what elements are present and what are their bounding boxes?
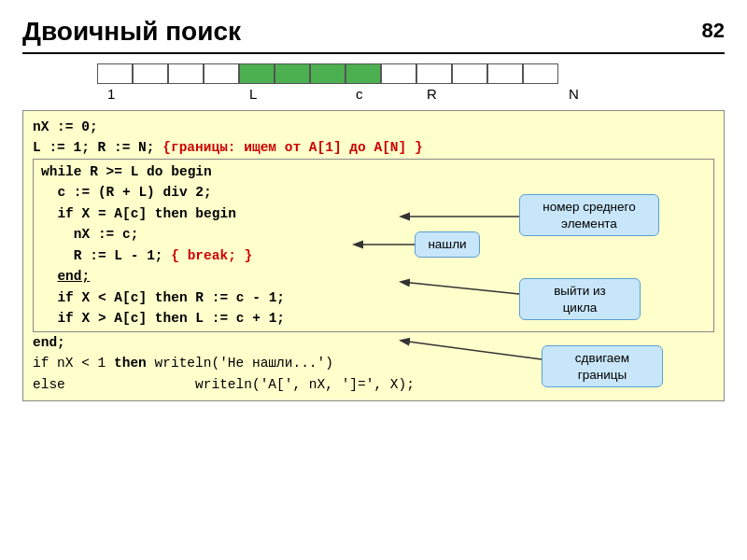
page-number: 82 — [702, 19, 725, 43]
array-cell-9 — [416, 63, 452, 84]
array-label-R: R — [427, 86, 437, 102]
array-cell-2 — [168, 63, 204, 84]
page: Двоичный поиск 82 1LcRN nX := 0;L := 1; … — [0, 0, 747, 560]
array-diagram: 1LcRN — [97, 63, 725, 106]
code-line-l3: while R >= L do begin — [41, 161, 706, 182]
array-cell-7 — [345, 63, 381, 84]
callout-nashli: нашли — [415, 231, 480, 258]
array-label-row: 1LcRN — [97, 86, 558, 106]
array-cell-11 — [487, 63, 523, 84]
callout-sdvigaem: сдвигаемграницы — [542, 345, 663, 387]
array-cell-4 — [239, 63, 275, 84]
array-cell-8 — [381, 63, 416, 84]
page-title: Двоичный поиск — [22, 17, 241, 47]
array-cell-1 — [133, 63, 168, 84]
array-cell-6 — [310, 63, 345, 84]
array-cell-5 — [275, 63, 310, 84]
array-cell-12 — [523, 63, 558, 84]
array-label-1: 1 — [107, 86, 115, 102]
code-line-l7: R := L - 1; { break; } — [41, 245, 706, 266]
array-cell-3 — [204, 63, 239, 84]
array-label-c: c — [356, 86, 363, 102]
callout-nomer: номер среднегоэлемента — [519, 194, 659, 236]
code-line-l1: nX := 0; — [33, 117, 714, 137]
callout-vyjti: выйти изцикла — [519, 278, 641, 320]
divider — [22, 52, 725, 54]
array-label-N: N — [569, 86, 579, 102]
array-cell-0 — [97, 63, 133, 84]
array-cells — [97, 63, 558, 84]
code-line-l2: L := 1; R := N; {границы: ищем от A[1] д… — [33, 137, 714, 158]
header: Двоичный поиск 82 — [22, 17, 725, 47]
array-cell-10 — [452, 63, 487, 84]
array-label-L: L — [249, 86, 257, 102]
